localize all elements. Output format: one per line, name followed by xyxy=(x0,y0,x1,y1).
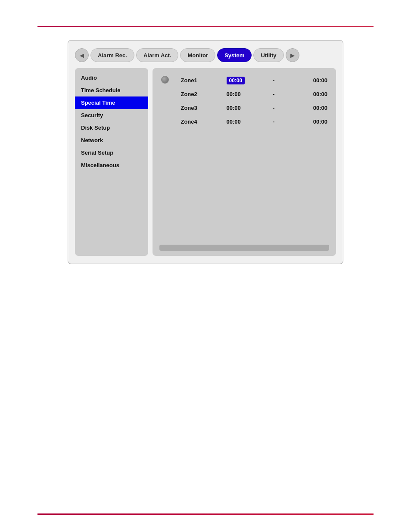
zone2-start[interactable]: 00:00 xyxy=(225,87,264,101)
nav-left-arrow[interactable]: ◀ xyxy=(75,48,89,62)
table-row: Zone1 00:00 - 00:00 xyxy=(159,73,329,87)
zone4-name: Zone4 xyxy=(179,115,224,128)
zone2-end: 00:00 xyxy=(283,87,329,101)
sidebar-item-security[interactable]: Security xyxy=(75,109,148,121)
zone3-sep: - xyxy=(264,101,283,115)
zone-table: Zone1 00:00 - 00:00 Zone2 00:00 - 00:00 xyxy=(159,73,329,128)
zone3-start[interactable]: 00:00 xyxy=(225,101,264,115)
tab-alarm-rec[interactable]: Alarm Rec. xyxy=(90,48,134,62)
zone2-icon-cell xyxy=(159,87,179,101)
table-row: Zone4 00:00 - 00:00 xyxy=(159,115,329,128)
right-panel: Zone1 00:00 - 00:00 Zone2 00:00 - 00:00 xyxy=(153,68,336,256)
sidebar-item-time-schedule[interactable]: Time Schedule xyxy=(75,84,148,96)
zone1-sep: - xyxy=(264,73,283,87)
zone4-icon-cell xyxy=(159,115,179,128)
top-rule xyxy=(37,26,374,27)
zone3-end: 00:00 xyxy=(283,101,329,115)
zone4-start[interactable]: 00:00 xyxy=(225,115,264,128)
content-area: Audio Time Schedule Special Time Securit… xyxy=(75,68,336,256)
sidebar-item-special-time[interactable]: Special Time xyxy=(75,96,148,109)
sidebar-item-disk-setup[interactable]: Disk Setup xyxy=(75,121,148,134)
tab-system[interactable]: System xyxy=(217,48,252,62)
zone1-icon-cell xyxy=(159,73,179,87)
main-panel: ◀ Alarm Rec. Alarm Act. Monitor System U… xyxy=(68,40,343,264)
sidebar-item-audio[interactable]: Audio xyxy=(75,72,148,84)
table-row: Zone3 00:00 - 00:00 xyxy=(159,101,329,115)
zone3-icon-cell xyxy=(159,101,179,115)
zone1-icon xyxy=(161,76,169,84)
zone1-name: Zone1 xyxy=(179,73,224,87)
zone3-name: Zone3 xyxy=(179,101,224,115)
zone2-sep: - xyxy=(264,87,283,101)
nav-right-arrow[interactable]: ▶ xyxy=(286,48,299,62)
sidebar: Audio Time Schedule Special Time Securit… xyxy=(75,68,148,256)
panel-scrollbar[interactable] xyxy=(159,245,329,251)
table-row: Zone2 00:00 - 00:00 xyxy=(159,87,329,101)
sidebar-item-serial-setup[interactable]: Serial Setup xyxy=(75,146,148,159)
tab-bar: ◀ Alarm Rec. Alarm Act. Monitor System U… xyxy=(75,48,336,62)
bottom-rule xyxy=(37,513,374,515)
sidebar-item-miscellaneous[interactable]: Miscellaneous xyxy=(75,159,148,171)
zone4-end: 00:00 xyxy=(283,115,329,128)
tab-utility[interactable]: Utility xyxy=(253,48,283,62)
zone1-start[interactable]: 00:00 xyxy=(225,73,264,87)
zone1-end: 00:00 xyxy=(283,73,329,87)
zone4-sep: - xyxy=(264,115,283,128)
zone2-name: Zone2 xyxy=(179,87,224,101)
tab-alarm-act[interactable]: Alarm Act. xyxy=(136,48,179,62)
sidebar-item-network[interactable]: Network xyxy=(75,134,148,146)
tab-monitor[interactable]: Monitor xyxy=(180,48,215,62)
